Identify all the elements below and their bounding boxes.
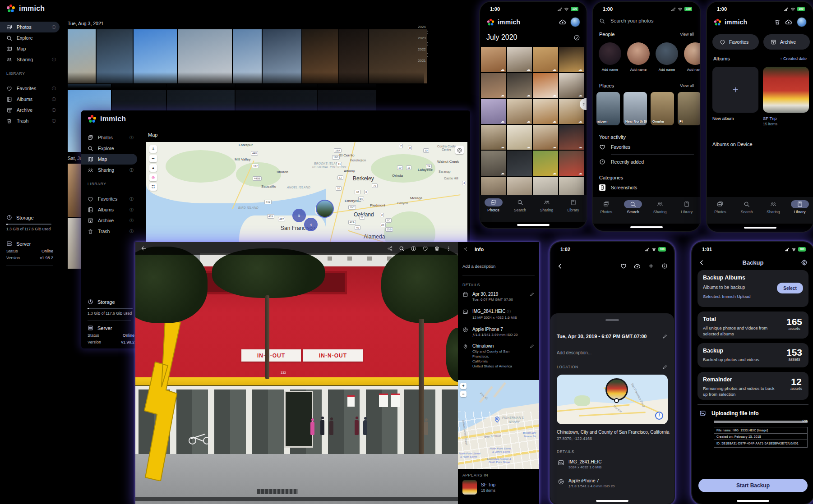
- add-name-link[interactable]: Add name: [659, 68, 675, 72]
- cloud-upload-icon[interactable]: [634, 263, 641, 270]
- photo-thumbnail[interactable]: [533, 177, 558, 198]
- info-icon[interactable]: ⓘ: [52, 107, 56, 113]
- face-avatar[interactable]: [684, 42, 700, 65]
- scrubber-year-label[interactable]: 2023: [418, 36, 426, 40]
- sidebar-item-map[interactable]: Map: [81, 154, 137, 165]
- photo-thumbnail[interactable]: [507, 151, 532, 176]
- new-album-tile[interactable]: [712, 67, 758, 113]
- person-face[interactable]: Add name: [655, 42, 679, 72]
- face-avatar[interactable]: [599, 42, 621, 65]
- sidebar-item-albums[interactable]: Albumsⓘ: [81, 204, 137, 215]
- map-fullscreen-button[interactable]: ⛶: [149, 183, 157, 191]
- tab-photos[interactable]: Photos: [708, 200, 732, 214]
- info-icon[interactable]: ⓘ: [52, 86, 56, 92]
- timeline-scrubber[interactable]: 2024202320222021: [418, 25, 428, 63]
- more-options-icon[interactable]: [446, 246, 452, 252]
- people-view-all-link[interactable]: View all: [680, 32, 694, 37]
- photo-thumbnail[interactable]: ☁: [481, 73, 506, 98]
- map-photo-marker[interactable]: [316, 200, 334, 218]
- tab-sharing[interactable]: Sharing: [648, 200, 672, 214]
- back-icon[interactable]: [141, 245, 147, 252]
- photo-thumbnail[interactable]: ☁: [559, 151, 584, 176]
- photo-thumbnail[interactable]: ☁: [533, 125, 558, 150]
- sidebar-item-sharing[interactable]: Sharingⓘ: [0, 54, 60, 65]
- photo-thumbnail[interactable]: ☁: [559, 47, 584, 72]
- backup-cloud-icon[interactable]: [559, 18, 566, 26]
- immich-logo[interactable]: immich: [6, 4, 45, 14]
- map-zoom-out-button[interactable]: −: [149, 155, 157, 162]
- map-zoom-out-button[interactable]: −: [460, 391, 467, 397]
- share-icon[interactable]: [387, 246, 393, 252]
- favorite-icon[interactable]: [620, 263, 627, 269]
- tab-photos[interactable]: Photos: [482, 198, 505, 212]
- home-indicator[interactable]: [744, 227, 776, 229]
- sheet-drag-handle[interactable]: [605, 319, 619, 321]
- home-indicator[interactable]: [596, 500, 628, 502]
- home-indicator[interactable]: [517, 224, 550, 226]
- home-indicator[interactable]: [630, 226, 663, 228]
- place-tile[interactable]: Pi: [678, 92, 700, 125]
- tab-sharing[interactable]: Sharing: [762, 200, 785, 214]
- tab-library[interactable]: Library: [562, 198, 585, 212]
- photo-thumbnail[interactable]: ☁: [481, 151, 506, 176]
- photo-thumbnail[interactable]: [507, 177, 532, 198]
- tab-photos[interactable]: Photos: [595, 200, 618, 214]
- place-tile[interactable]: Chinatown: [596, 92, 620, 125]
- tab-search[interactable]: Search: [508, 198, 532, 212]
- search-input[interactable]: Search your photos: [593, 14, 700, 27]
- tab-library[interactable]: Library: [675, 200, 698, 214]
- add-name-link[interactable]: Add name: [602, 68, 618, 72]
- sidebar-item-favorites[interactable]: Favoritesⓘ: [81, 193, 137, 204]
- user-avatar[interactable]: [797, 17, 807, 27]
- info-icon[interactable]: ⓘ: [52, 24, 56, 30]
- photo-thumbnail[interactable]: ☁: [481, 99, 506, 124]
- edit-location-icon[interactable]: [662, 364, 668, 370]
- favorites-button[interactable]: Favorites: [712, 34, 759, 50]
- map-info-icon[interactable]: i: [655, 412, 663, 420]
- map-settings-gear-icon[interactable]: [455, 146, 464, 154]
- face-avatar[interactable]: [627, 42, 650, 65]
- tab-library[interactable]: Library: [788, 200, 812, 214]
- scrubber-year-label[interactable]: 2024: [418, 25, 426, 29]
- scrubber-year-label[interactable]: 2022: [418, 47, 426, 51]
- home-indicator[interactable]: [737, 500, 769, 502]
- photo-thumbnail[interactable]: ☁: [507, 125, 532, 150]
- person-face[interactable]: Add name: [627, 42, 650, 72]
- person-face[interactable]: Add name: [684, 42, 700, 72]
- trash-icon[interactable]: [774, 19, 781, 25]
- map-compass-button[interactable]: ▲: [149, 164, 157, 172]
- screenshots-row[interactable]: Screenshots: [599, 184, 637, 191]
- photo-thumbnail[interactable]: [481, 177, 506, 198]
- map-location-button[interactable]: ◎: [149, 174, 157, 181]
- tab-search[interactable]: Search: [735, 200, 758, 214]
- scrubber-year-label[interactable]: 2021: [418, 59, 426, 63]
- photo-thumbnail[interactable]: ☁: [559, 125, 584, 150]
- photo-thumbnail[interactable]: ☁: [481, 125, 506, 150]
- description-input[interactable]: Add a description: [458, 252, 539, 269]
- map-cluster-marker[interactable]: 5: [292, 209, 306, 222]
- tab-sharing[interactable]: Sharing: [535, 198, 559, 212]
- recently-added-row[interactable]: Recently added: [599, 159, 644, 165]
- info-icon[interactable]: [661, 263, 668, 269]
- delete-icon[interactable]: [434, 246, 440, 252]
- photo-map-marker[interactable]: [605, 378, 628, 401]
- map-zoom-in-button[interactable]: +: [149, 145, 157, 153]
- photo-thumbnail[interactable]: [559, 177, 584, 198]
- photo-thumbnail[interactable]: ☁: [533, 151, 558, 176]
- face-avatar[interactable]: [656, 42, 678, 65]
- album-tile-sf-trip[interactable]: [763, 67, 809, 113]
- photo-thumbnail[interactable]: ☁: [507, 47, 532, 72]
- place-tile[interactable]: Omaha: [651, 92, 674, 125]
- select-button[interactable]: Select: [777, 283, 803, 293]
- info-icon[interactable]: ⓘ: [52, 118, 56, 124]
- backup-cloud-icon[interactable]: [785, 18, 792, 26]
- photo-thumbnail[interactable]: ☁: [533, 73, 558, 98]
- places-view-all-link[interactable]: View all: [680, 83, 694, 88]
- user-avatar[interactable]: [570, 17, 580, 27]
- sidebar-item-archive[interactable]: Archiveⓘ: [0, 105, 60, 115]
- sidebar-item-archive[interactable]: Archiveⓘ: [81, 215, 137, 226]
- photo-thumbnail[interactable]: ☁: [507, 99, 532, 124]
- info-icon[interactable]: ⓘ: [52, 57, 56, 63]
- sort-created-date[interactable]: ↑ Created date: [780, 56, 807, 61]
- photo-thumbnail[interactable]: ☁: [533, 99, 558, 124]
